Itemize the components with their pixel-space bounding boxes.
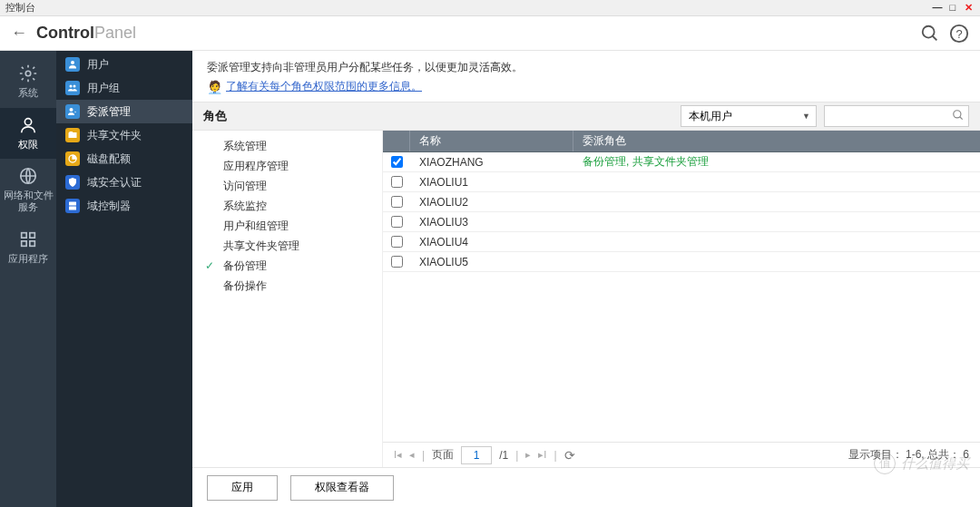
search-icon[interactable] [920,24,940,44]
nav2-label: 用户 [87,57,109,73]
table-header: 名称 委派角色 [383,131,980,152]
nav2-item-quota[interactable]: 磁盘配额 [56,147,192,171]
row-checkbox[interactable] [391,176,403,188]
svg-rect-8 [30,232,35,238]
cell-name: XIAOLIU4 [410,236,573,249]
nav2-item-delegation[interactable]: 委派管理 [56,100,192,123]
svg-rect-10 [30,240,35,246]
quota-icon [65,151,80,166]
description-text: 委派管理支持向非管理员用户分配某些任务，以便更加灵活高效。 [192,51,980,79]
svg-point-18 [71,203,72,204]
cell-name: XIAOLIU5 [410,256,573,268]
nav2-item-users[interactable]: 用户 [56,53,192,76]
app-title: ControlPanel [36,24,136,43]
svg-point-19 [71,208,72,209]
table-row[interactable]: XIAOLIU1 [383,172,980,192]
users-icon [65,57,80,72]
svg-line-21 [960,116,963,119]
pager: I◂ ◂ | 页面 /1 | ▸ ▸I | ⟳ 显示项目： 1-6, 总共： 6 [383,442,980,467]
search-field-icon[interactable] [952,109,965,124]
permission-viewer-button[interactable]: 权限查看器 [290,475,394,501]
nav2-label: 共享文件夹 [87,128,142,143]
nav2-label: 域控制器 [87,199,131,214]
rail-item-system[interactable]: 系统 [0,56,56,108]
learn-more-link[interactable]: 了解有关每个角色权限范围的更多信息。 [226,79,422,94]
window-controls: — □ ✕ [931,2,975,14]
svg-text:?: ? [956,26,962,40]
role-item[interactable]: 备份操作 [192,276,382,296]
nav2-label: 域安全认证 [87,175,142,190]
rail-item-network[interactable]: 网络和文件服务 [0,159,56,221]
minimize-icon[interactable]: — [931,2,944,13]
nav2-label: 磁盘配额 [87,151,131,167]
search-input[interactable] [824,105,969,127]
table-row[interactable]: XIAOLIU3 [383,212,980,232]
delegation-icon [65,104,80,119]
svg-rect-7 [22,232,27,238]
row-checkbox[interactable] [391,216,403,228]
svg-point-14 [70,108,74,112]
role-item[interactable]: 用户和组管理 [192,216,382,236]
os-title: 控制台 [5,1,35,15]
maximize-icon[interactable]: □ [946,2,959,13]
domaincontroller-icon [65,199,80,213]
nav2-item-domaincontroller[interactable]: 域控制器 [56,194,192,218]
cell-name: XIAOLIU1 [410,176,573,189]
nav2-item-usergroups[interactable]: 用户组 [56,76,192,100]
svg-rect-17 [69,207,76,210]
back-icon[interactable]: ← [11,24,27,43]
row-checkbox[interactable] [391,256,403,268]
svg-point-5 [24,118,31,124]
pager-first-icon[interactable]: I◂ [394,449,402,461]
cell-name: XIAOLIU2 [410,196,573,209]
cell-name: XIAOLIU3 [410,216,573,229]
pager-page-input[interactable] [461,446,492,464]
svg-line-1 [933,35,937,40]
cell-role: 备份管理, 共享文件夹管理 [573,154,980,170]
table-row[interactable]: XIAOLIU5 [383,252,980,272]
pager-prev-icon[interactable]: ◂ [409,449,415,461]
svg-point-4 [25,71,31,76]
svg-point-20 [954,110,961,117]
role-item[interactable]: 系统管理 [192,136,382,156]
domainsec-icon [65,175,80,190]
usergroups-icon [65,81,80,95]
cell-name: XIAOZHANG [410,156,573,169]
svg-point-13 [74,85,76,88]
row-checkbox[interactable] [391,156,403,168]
table-row[interactable]: XIAOLIU2 [383,192,980,212]
table-row[interactable]: XIAOZHANG备份管理, 共享文件夹管理 [383,152,980,172]
user-scope-select[interactable]: 本机用户 [681,105,817,127]
svg-point-0 [923,25,935,37]
check-icon: ✓ [205,259,214,272]
nav2-label: 用户组 [87,81,120,96]
close-icon[interactable]: ✕ [962,2,975,14]
help-icon[interactable]: ? [949,24,969,44]
row-checkbox[interactable] [391,236,403,248]
svg-rect-9 [22,240,27,246]
info-icon: 🧑‍💼 [207,80,222,94]
svg-point-12 [70,85,73,88]
refresh-icon[interactable]: ⟳ [564,448,575,463]
nav2-item-shared[interactable]: 共享文件夹 [56,123,192,147]
role-item[interactable]: 访问管理 [192,176,382,196]
role-item[interactable]: 共享文件夹管理 [192,236,382,256]
rail-item-apps[interactable]: 应用程序 [0,222,56,274]
apply-button[interactable]: 应用 [207,475,278,501]
role-item[interactable]: ✓备份管理 [192,256,382,276]
pager-status: 显示项目： 1-6, 总共： 6 [848,447,969,463]
svg-point-11 [71,61,74,64]
svg-rect-16 [69,202,76,206]
pager-next-icon[interactable]: ▸ [525,449,531,461]
section-title: 角色 [203,108,227,124]
pager-last-icon[interactable]: ▸I [538,449,546,461]
row-checkbox[interactable] [391,196,403,208]
table-row[interactable]: XIAOLIU4 [383,232,980,252]
rail-item-privilege[interactable]: 权限 [0,108,56,160]
role-item[interactable]: 应用程序管理 [192,156,382,176]
nav2-label: 委派管理 [87,104,131,120]
nav2-item-domainsec[interactable]: 域安全认证 [56,171,192,194]
shared-icon [65,128,80,142]
role-item[interactable]: 系统监控 [192,196,382,216]
